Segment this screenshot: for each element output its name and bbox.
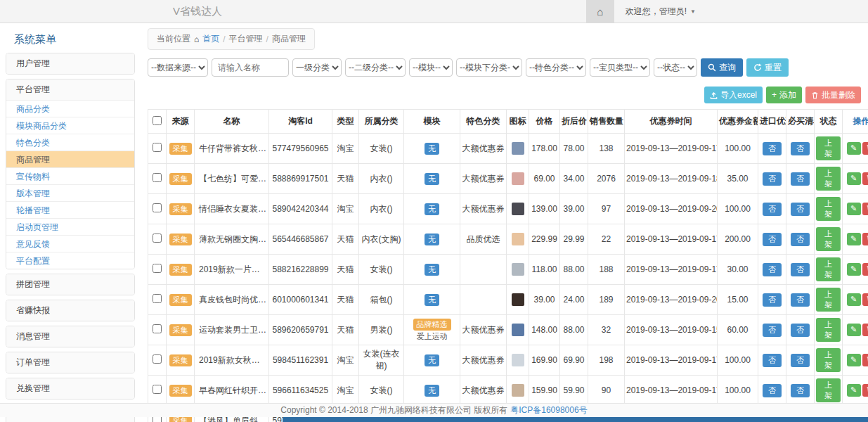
add-button[interactable]: + 添加 <box>766 87 802 103</box>
import-select-toggle[interactable]: 否 <box>763 354 782 367</box>
sidebar-subitem[interactable]: 特色分类 <box>6 134 134 151</box>
filter-select[interactable]: --模块下分类-- <box>456 58 522 77</box>
import-select-toggle[interactable]: 否 <box>763 142 782 155</box>
must-buy-toggle[interactable]: 否 <box>791 233 810 246</box>
breadcrumb-home-link[interactable]: 首页 <box>202 33 219 45</box>
import-select-toggle[interactable]: 否 <box>763 293 782 307</box>
edit-button[interactable]: ✎ <box>847 172 861 185</box>
sidebar-subitem[interactable]: 宣传物料 <box>6 167 134 184</box>
product-type: 天猫 <box>332 315 359 345</box>
taoke-id: 601000601341 <box>269 285 332 315</box>
home-button[interactable]: ⌂ <box>586 0 614 23</box>
edit-button[interactable]: ✎ <box>847 384 861 397</box>
must-buy-toggle[interactable]: 否 <box>791 172 810 186</box>
row-checkbox[interactable] <box>153 264 162 273</box>
taoke-id: 589620659791 <box>269 315 332 345</box>
import-select-toggle[interactable]: 否 <box>763 324 782 337</box>
sidebar-subitem[interactable]: 版本管理 <box>6 184 134 201</box>
must-buy-toggle[interactable]: 否 <box>791 324 810 337</box>
must-buy-toggle[interactable]: 否 <box>791 263 810 276</box>
table-cell: 上架 <box>815 285 843 315</box>
status-button[interactable]: 上架 <box>816 378 841 402</box>
edit-button[interactable]: ✎ <box>847 324 861 336</box>
module-extra-text: 爱上运动 <box>406 331 458 342</box>
import-select-toggle[interactable]: 否 <box>763 384 782 397</box>
icp-link[interactable]: 粤ICP备16098006号 <box>510 404 587 416</box>
status-button[interactable]: 上架 <box>816 348 841 372</box>
sidebar-subitem[interactable]: 轮播管理 <box>6 201 134 218</box>
status-button[interactable]: 上架 <box>816 197 841 221</box>
delete-button[interactable] <box>862 263 868 276</box>
edit-button[interactable]: ✎ <box>847 203 861 215</box>
filter-source-select[interactable]: --数据来源-- <box>148 58 208 77</box>
status-button[interactable]: 上架 <box>816 288 841 312</box>
table-cell <box>148 255 167 285</box>
filter-select[interactable]: --宝贝类型-- <box>590 58 650 77</box>
import-select-toggle[interactable]: 否 <box>763 203 782 216</box>
search-button[interactable]: 查询 <box>701 58 743 77</box>
reset-button[interactable]: 重置 <box>746 58 789 77</box>
row-checkbox[interactable] <box>153 173 162 182</box>
row-checkbox[interactable] <box>153 385 162 394</box>
must-buy-toggle[interactable]: 否 <box>791 203 810 216</box>
must-buy-toggle[interactable]: 否 <box>791 354 810 367</box>
import-select-toggle[interactable]: 否 <box>763 172 782 186</box>
sidebar-item[interactable]: 订单管理 <box>6 352 134 373</box>
import-excel-button[interactable]: 导入excel <box>704 87 763 103</box>
module-cell: 品牌精选爱上运动 <box>404 315 460 345</box>
import-select-toggle[interactable]: 否 <box>763 233 782 246</box>
delete-button[interactable] <box>862 172 868 185</box>
sidebar-item[interactable]: 平台管理 <box>6 79 134 100</box>
must-buy-toggle[interactable]: 否 <box>791 384 810 397</box>
delete-button[interactable] <box>862 233 868 245</box>
sidebar-item[interactable]: 用户管理 <box>6 53 134 74</box>
row-checkbox[interactable] <box>153 354 162 364</box>
sidebar-subitem[interactable]: 模块商品分类 <box>6 117 134 134</box>
must-buy-toggle[interactable]: 否 <box>791 293 810 307</box>
delete-button[interactable] <box>862 293 868 306</box>
name-search-input[interactable] <box>212 58 289 77</box>
sidebar-subitem[interactable]: 商品分类 <box>6 100 134 117</box>
product-category: 女装(连衣裙) <box>359 345 404 376</box>
edit-button[interactable]: ✎ <box>847 293 861 306</box>
filter-select[interactable]: --状态-- <box>654 58 697 77</box>
filter-select[interactable]: 一级分类 <box>292 58 342 77</box>
status-button[interactable]: 上架 <box>816 257 841 281</box>
delete-button[interactable] <box>862 354 868 366</box>
user-menu[interactable]: 欢迎您，管理员! ▼ <box>614 6 696 18</box>
edit-button[interactable]: ✎ <box>847 354 861 366</box>
row-checkbox[interactable] <box>153 203 162 212</box>
sidebar-subitem[interactable]: 启动页管理 <box>6 218 134 235</box>
sidebar-item[interactable]: 消息管理 <box>6 326 134 347</box>
edit-button[interactable]: ✎ <box>847 263 861 276</box>
batch-delete-button[interactable]: 批量删除 <box>805 87 861 103</box>
row-checkbox[interactable] <box>153 234 162 243</box>
status-button[interactable]: 上架 <box>816 167 841 191</box>
filter-select[interactable]: --二级分类-- <box>345 58 406 77</box>
row-checkbox[interactable] <box>153 143 162 152</box>
batch-delete-label: 批量删除 <box>822 89 855 101</box>
row-checkbox[interactable] <box>153 294 162 303</box>
delete-button[interactable] <box>862 384 868 397</box>
edit-button[interactable]: ✎ <box>847 233 861 245</box>
sidebar-subitem[interactable]: 平台配置 <box>6 252 134 269</box>
sidebar-item[interactable]: 省赚快报 <box>6 300 134 321</box>
delete-button[interactable] <box>862 203 868 215</box>
filter-select[interactable]: --特色分类-- <box>526 58 586 77</box>
sidebar-item[interactable]: 拼团管理 <box>6 274 134 295</box>
must-buy-toggle[interactable]: 否 <box>791 142 810 155</box>
delete-button[interactable] <box>862 324 868 336</box>
select-all-checkbox[interactable] <box>153 116 162 125</box>
delete-button[interactable] <box>862 142 868 155</box>
status-button[interactable]: 上架 <box>816 227 841 251</box>
edit-button[interactable]: ✎ <box>847 142 861 155</box>
filter-select[interactable]: --模块-- <box>409 58 453 77</box>
sidebar-item[interactable]: 兑换管理 <box>6 378 134 399</box>
status-button[interactable]: 上架 <box>816 318 841 342</box>
row-checkbox[interactable] <box>153 324 162 333</box>
module-cell: 无 <box>404 255 460 285</box>
import-select-toggle[interactable]: 否 <box>763 263 782 276</box>
sidebar-subitem[interactable]: 意见反馈 <box>6 235 134 252</box>
sidebar-subitem-active[interactable]: 商品管理 <box>6 151 134 167</box>
status-button[interactable]: 上架 <box>816 136 841 160</box>
